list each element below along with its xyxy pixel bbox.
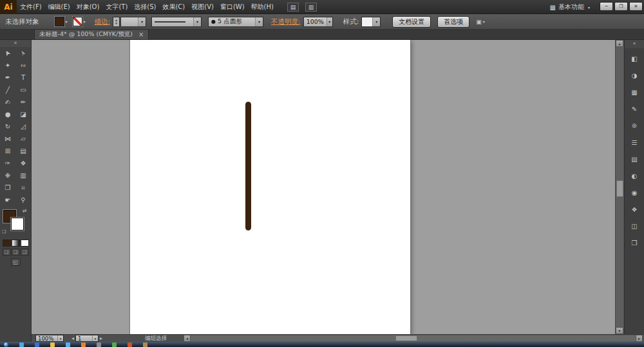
horizontal-scrollbar-thumb[interactable] <box>395 335 417 341</box>
scroll-right-icon[interactable]: ▸ <box>636 335 643 342</box>
appearance-panel-icon[interactable]: ◉ <box>627 187 641 199</box>
restore-button[interactable]: ❐ <box>614 2 628 11</box>
chevron-down-icon[interactable]: ▾ <box>372 17 380 26</box>
taskbar-app-icon-8[interactable] <box>128 342 132 347</box>
brushes-panel-icon[interactable]: ✎ <box>627 103 641 115</box>
taskbar-app-icon-1[interactable] <box>19 342 24 347</box>
preferences-button[interactable]: 首选项 <box>437 16 469 28</box>
free-transform-tool[interactable]: ▱ <box>15 133 31 145</box>
draw-normal-icon[interactable]: ❏ <box>3 249 11 256</box>
transparency-panel-icon[interactable]: ◐ <box>627 170 641 182</box>
selection-tool[interactable]: ➤ <box>0 47 15 59</box>
color-button[interactable] <box>3 239 11 247</box>
close-button[interactable]: ✕ <box>629 2 643 11</box>
change-screen-mode-icon[interactable]: ◱ <box>11 258 21 266</box>
stroke-weight-dropdown[interactable]: ▾ <box>120 17 146 27</box>
opacity-dropdown[interactable]: 100% ▾ <box>303 17 333 27</box>
pen-tool[interactable]: ✒ <box>0 71 15 84</box>
arrange-documents-icon[interactable]: ▤ <box>287 3 299 12</box>
stroke-color-box[interactable] <box>11 218 24 230</box>
swap-fill-stroke-icon[interactable]: ⇄ <box>23 208 27 214</box>
start-button[interactable] <box>4 342 8 347</box>
tab-close-icon[interactable]: × <box>138 32 144 38</box>
style-dropdown[interactable]: ▾ <box>361 17 381 27</box>
menubar-item-2[interactable]: 编辑(E) <box>45 0 73 14</box>
scroll-left-icon[interactable]: ◂ <box>184 335 191 342</box>
zoom-tool[interactable]: ⚲ <box>15 194 31 206</box>
column-graph-tool[interactable]: ▥ <box>15 169 31 182</box>
taskbar-app-icon-7[interactable] <box>112 342 117 347</box>
menubar-item-1[interactable]: 文件(F) <box>17 0 45 14</box>
chevron-down-icon[interactable]: ▾ <box>138 17 146 26</box>
menubar-item-5[interactable]: 选择(S) <box>131 0 159 14</box>
none-button[interactable] <box>21 239 29 247</box>
brush-definition-dropdown[interactable]: ● 5 点圆形 ▾ <box>208 17 263 27</box>
symbols-panel-icon[interactable]: ❊ <box>627 120 641 132</box>
menubar-item-3[interactable]: 对象(O) <box>73 0 103 14</box>
default-fill-stroke-icon[interactable]: ❏ <box>2 229 6 234</box>
stroke-panel-icon[interactable]: ☰ <box>627 136 641 149</box>
scale-tool[interactable]: ◿ <box>15 120 31 133</box>
horizontal-scrollbar-track[interactable] <box>191 335 636 342</box>
vertical-scrollbar[interactable]: ▴ ▾ <box>615 40 623 334</box>
color-panel-icon[interactable]: ◧ <box>627 53 641 65</box>
drawn-stroke-object[interactable] <box>245 102 251 230</box>
blend-tool[interactable]: ❖ <box>15 157 31 169</box>
opacity-panel-link[interactable]: 不透明度: <box>271 17 301 26</box>
taskbar-app-icon-9[interactable] <box>143 342 147 347</box>
menubar-item-6[interactable]: 效果(C) <box>159 0 188 14</box>
scroll-down-icon[interactable]: ▾ <box>616 327 623 334</box>
magic-wand-tool[interactable]: ✦ <box>0 59 15 71</box>
stroke-color-swatch[interactable] <box>73 17 82 26</box>
chevron-down-icon[interactable]: ▾ <box>57 335 63 341</box>
lasso-tool[interactable]: ∾ <box>15 59 31 71</box>
stepper-down-icon[interactable]: ▾ <box>115 22 117 25</box>
eraser-tool[interactable]: ◪ <box>15 108 31 120</box>
graphic-styles-panel-icon[interactable]: ❖ <box>627 203 641 216</box>
collapse-tools-icon[interactable]: « <box>0 40 31 47</box>
taskbar-app-icon-5[interactable] <box>81 342 86 347</box>
stroke-weight-stepper[interactable]: ▴ ▾ <box>113 17 120 27</box>
chevron-down-icon[interactable]: ▾ <box>255 17 263 26</box>
line-segment-tool[interactable]: ╱ <box>0 84 15 96</box>
artboards-panel-icon[interactable]: ❐ <box>627 237 641 249</box>
paintbrush-tool[interactable]: ✍ <box>0 96 15 108</box>
type-tool[interactable]: T <box>15 71 31 84</box>
draw-inside-icon[interactable]: ❏ <box>21 249 29 256</box>
document-setup-button[interactable]: 文档设置 <box>392 16 431 28</box>
width-tool[interactable]: ⋈ <box>0 133 15 145</box>
minimize-button[interactable]: ─ <box>600 2 613 11</box>
layers-panel-icon[interactable]: ◫ <box>627 220 641 232</box>
taskbar-app-icon-3[interactable] <box>50 342 55 347</box>
color-guide-panel-icon[interactable]: ◑ <box>627 70 641 82</box>
menubar-item-9[interactable]: 帮助(H) <box>248 0 277 14</box>
rotate-tool[interactable]: ↻ <box>0 120 15 133</box>
artboard[interactable] <box>130 40 410 334</box>
document-layout-icon[interactable]: ▥ <box>305 3 317 12</box>
eyedropper-tool[interactable]: ✑ <box>0 157 15 169</box>
menubar-item-4[interactable]: 文字(T) <box>102 0 131 14</box>
fill-caret-icon[interactable]: ▾ <box>66 19 68 24</box>
symbol-sprayer-tool[interactable]: ❉ <box>0 169 15 182</box>
direct-selection-tool[interactable]: ➢ <box>15 47 31 59</box>
gradient-panel-icon[interactable]: ▤ <box>627 153 641 165</box>
control-panel-menu-icon[interactable]: ▣ <box>476 19 482 25</box>
scroll-up-icon[interactable]: ▴ <box>616 40 623 47</box>
taskbar-app-icon-6[interactable] <box>97 342 101 347</box>
horizontal-scrollbar[interactable]: ◂ ▸ <box>184 335 643 342</box>
chevron-down-icon[interactable]: ▾ <box>193 17 201 26</box>
mesh-tool[interactable]: ⊞ <box>0 145 15 157</box>
workspace-switcher[interactable]: ▦ 基本功能 ▾ <box>550 0 590 14</box>
artboard-navigation-field[interactable]: 1 ▾ <box>75 335 99 342</box>
draw-behind-icon[interactable]: ❏ <box>12 249 20 256</box>
vertical-scrollbar-thumb[interactable] <box>616 180 623 197</box>
gradient-tool[interactable]: ▤ <box>15 145 31 157</box>
stroke-caret-icon[interactable]: ▾ <box>84 19 86 24</box>
stroke-panel-link[interactable]: 描边: <box>95 17 111 26</box>
menubar-item-7[interactable]: 视图(V) <box>188 0 217 14</box>
swatches-panel-icon[interactable]: ▦ <box>627 86 641 98</box>
fill-color-swatch[interactable] <box>55 17 64 26</box>
zoom-dropdown[interactable]: 100% ▾ <box>35 335 64 342</box>
document-tab[interactable]: 未标题-4* @ 100% (CMYK/预览) × <box>34 29 149 39</box>
expand-panels-icon[interactable]: « <box>625 40 644 48</box>
